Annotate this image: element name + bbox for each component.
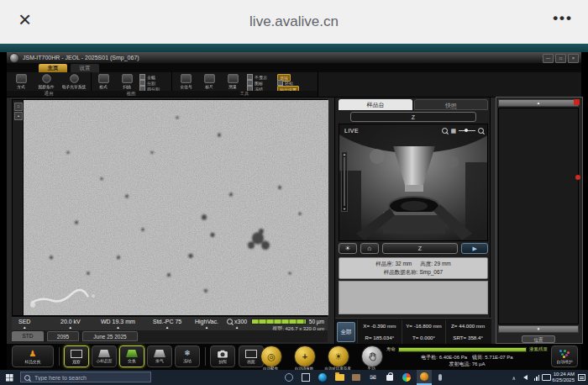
auto-maintenance-button[interactable]: 自动维护: [551, 345, 578, 367]
exchange-position-button[interactable]: 交换: [119, 345, 144, 367]
working-distance-readout[interactable]: WD 19.3 mm▴: [101, 319, 135, 329]
full-frame-icon: [139, 74, 145, 80]
probe-current-readout[interactable]: Std.-PC 75▴: [153, 319, 181, 329]
photos-icon[interactable]: [402, 372, 412, 382]
emission-current-readout: 发射电流: 76 µA: [383, 361, 551, 368]
grid-icon[interactable]: ▦: [450, 128, 456, 134]
auto-contrast-brightness-button[interactable]: ☀: [328, 345, 349, 367]
mail-icon[interactable]: ✉: [368, 372, 378, 382]
dropdown-tick-icon: ▴: [24, 325, 26, 329]
task-view-icon[interactable]: [301, 372, 311, 382]
small-chamber-button[interactable]: 小样品室: [92, 345, 117, 367]
voice-recorder-icon[interactable]: [435, 372, 445, 382]
chamber-camera-view[interactable]: LIVE ▦ ▲ ▼: [339, 124, 488, 241]
freeze-button[interactable]: ❄冻结: [175, 345, 200, 367]
ribbon-mini-easy[interactable]: 轻松: [277, 80, 293, 86]
sem-app-taskbar-icon[interactable]: [417, 370, 432, 385]
position-button[interactable]: 位置: [522, 335, 555, 343]
tab-home[interactable]: 主页: [39, 64, 67, 72]
zoom-slider[interactable]: [459, 130, 475, 131]
vacuum-mode-readout[interactable]: HighVac.▴: [195, 319, 218, 329]
tab-settings[interactable]: 设置: [71, 64, 99, 72]
ribbon-tabbar: 主页 设置: [7, 63, 581, 72]
tab-std[interactable]: STD: [12, 331, 44, 341]
close-window-button[interactable]: ×: [568, 54, 579, 63]
overflow-menu-icon[interactable]: •••: [553, 10, 573, 27]
manual-button[interactable]: [361, 345, 383, 367]
camera-zoom-controls: ▦: [442, 128, 484, 134]
light-button[interactable]: ☀: [339, 243, 357, 254]
ribbon-mini-split[interactable]: 分割: [139, 80, 155, 86]
coord-t: T= 0.000°: [402, 332, 446, 344]
ribbon-button-all-signal[interactable]: 全信号: [175, 73, 197, 90]
ribbon-button-scan[interactable]: 扫描: [116, 73, 138, 90]
camera-vertical-slider[interactable]: ▲ ▼: [341, 151, 348, 212]
briefcase-app-icon[interactable]: [351, 372, 361, 382]
tab-snapshot[interactable]: 快照: [414, 99, 488, 110]
all-axes-button[interactable]: 全部: [337, 322, 355, 342]
ribbon-mini-icon[interactable]: 图标: [247, 80, 263, 86]
tray-chevron-icon[interactable]: ∧: [512, 370, 516, 385]
start-button[interactable]: [6, 374, 13, 381]
tab-date[interactable]: June 25 2025: [82, 331, 138, 341]
ribbon-button-format[interactable]: 格式: [92, 73, 114, 90]
taskbar-search[interactable]: [20, 372, 151, 382]
zoom-in-icon[interactable]: [478, 128, 484, 134]
person-icon: ♟: [29, 350, 37, 358]
magnification-readout[interactable]: x300 ▴: [227, 319, 247, 329]
ribbon-mini-hide[interactable]: 不显示: [247, 74, 267, 80]
network-icon[interactable]: [534, 370, 540, 385]
collapse-panel-button[interactable]: □: [14, 103, 23, 111]
ribbon-button-observe-conditions[interactable]: 观察条件: [34, 73, 59, 90]
volume-icon[interactable]: [523, 370, 528, 385]
sem-image-viewport[interactable]: □ ▴: [12, 99, 328, 316]
ribbon-button-scale[interactable]: 标尺: [198, 73, 220, 90]
tab-image-number[interactable]: 2095: [47, 331, 79, 341]
plus-icon: +: [302, 352, 307, 361]
z-dropdown-button[interactable]: Z: [350, 112, 476, 122]
autofocus-button[interactable]: ◎: [260, 345, 282, 367]
tab-stage[interactable]: 样品台: [339, 99, 412, 110]
autostig-button[interactable]: +: [294, 345, 316, 367]
store-icon[interactable]: [385, 372, 395, 382]
coord-y: Y= -16.800 mm: [402, 320, 446, 332]
detector-readout[interactable]: SED▴: [18, 319, 30, 329]
search-input[interactable]: [33, 372, 152, 383]
scroll-up-button[interactable]: ▲: [498, 99, 579, 107]
sample-data-name-label: 样品数据名称: Smp_067: [384, 269, 443, 277]
pin-panel-button[interactable]: ▴: [14, 112, 23, 120]
browser-bar: × live.avalive.cn •••: [0, 0, 588, 44]
slider-down-icon[interactable]: ▼: [343, 207, 346, 211]
file-explorer-icon[interactable]: [334, 372, 344, 382]
holder-height-label: 高度: 29 mm: [420, 261, 450, 266]
z-move-button[interactable]: Z: [382, 243, 459, 254]
minimize-button[interactable]: —: [543, 54, 554, 63]
ribbon-button-mode[interactable]: 方式: [10, 73, 32, 90]
ribbon-button-measure[interactable]: 测量: [222, 73, 244, 90]
ribbon-button-electron-optics[interactable]: 电子光学系统: [59, 73, 89, 90]
home-position-button[interactable]: ⌂: [360, 243, 379, 254]
sample-exchange-button[interactable]: ♟ 样品交换: [12, 345, 54, 367]
dropdown-tick-icon: ▴: [117, 325, 119, 329]
windows-taskbar: ✉ ∧ 10:24 AM 6/25/2025: [0, 370, 588, 385]
edge-icon[interactable]: [318, 372, 328, 382]
photo-button[interactable]: 拍照: [210, 345, 235, 367]
cortana-icon[interactable]: [284, 372, 294, 382]
zoom-out-icon[interactable]: [442, 128, 448, 134]
jeol-logo-icon: [9, 53, 19, 63]
scroll-down-button[interactable]: ▼: [498, 325, 579, 333]
maximize-button[interactable]: □: [555, 54, 566, 63]
voltage-readout[interactable]: 20.0 kV▴: [60, 319, 81, 329]
observe-button[interactable]: 观察: [64, 345, 89, 367]
action-center-icon[interactable]: [578, 374, 585, 381]
signal-icon: [181, 74, 191, 82]
position-list[interactable]: [498, 108, 579, 324]
easy-icon: [277, 80, 283, 86]
coord-z: Z= 44.000 mm: [445, 320, 490, 332]
slider-up-icon[interactable]: ▲: [343, 152, 346, 156]
vent-button[interactable]: 排气: [147, 345, 172, 367]
taskbar-clock[interactable]: 10:24 AM 6/25/2025: [552, 372, 575, 383]
ribbon-mini-full[interactable]: 全幅: [139, 74, 155, 80]
camera-live-button[interactable]: ▶: [461, 243, 488, 254]
keyboard-icon[interactable]: [542, 370, 551, 385]
